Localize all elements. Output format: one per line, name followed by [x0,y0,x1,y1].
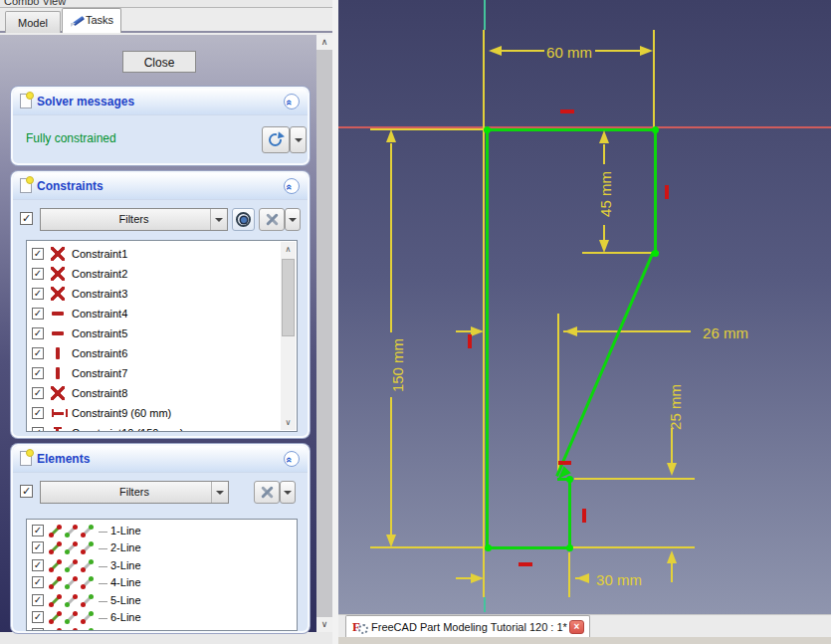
constraints-section: Constraints « ✓ Filters ∧ ∨ ✓Constraint1… [11,171,310,438]
element-checkbox[interactable]: ✓ [32,594,44,606]
dimension-label[interactable]: 25 mm [667,384,684,430]
dimension-label[interactable]: 45 mm [597,171,614,217]
collapse-icon[interactable]: « [284,178,300,194]
elements-list[interactable]: ✓1-Line✓2-Line✓3-Line✓4-Line✓5-Line✓6-Li… [26,519,298,631]
panel-scrollbar[interactable]: ∧ ∨ [316,35,332,632]
tab-tasks[interactable]: Tasks [62,8,121,33]
solver-refresh-button[interactable] [262,126,290,153]
constraint-row[interactable]: ✓Constraint9 (60 mm) [27,404,297,424]
element-checkbox[interactable]: ✓ [32,611,44,623]
document-tabbar: F FreeCAD Part Modeling Tutorial 120 : 1… [338,614,831,637]
sketch-vertex[interactable] [566,544,573,551]
constraint-row[interactable]: ✓Constraint7 [27,364,297,384]
dimension-line [390,397,392,537]
constraint-row[interactable]: ✓Constraint4 [27,305,297,324]
elements-settings-button[interactable] [254,481,280,504]
sketch-vertex[interactable] [485,544,492,551]
collapse-icon[interactable]: « [284,94,300,109]
constraint-label: Constraint9 (60 mm) [72,407,171,419]
y-axis [484,0,486,30]
constraint-checkbox[interactable]: ✓ [32,268,44,280]
document-tab-close-icon[interactable]: × [569,620,584,634]
sketch-vertex[interactable] [652,250,659,257]
element-checkbox[interactable]: ✓ [32,576,44,588]
element-row[interactable]: ✓7-Line [27,626,297,631]
constraints-show-hide-button[interactable] [232,208,255,231]
line-edge-icon [49,611,62,624]
vertical-constraint-marker [468,334,472,348]
element-checkbox[interactable]: ✓ [32,541,44,553]
dimension-label[interactable]: 26 mm [703,324,748,341]
element-row[interactable]: ✓2-Line [27,539,297,556]
document-tab[interactable]: F FreeCAD Part Modeling Tutorial 120 : 1… [345,615,590,638]
elements-select-all-checkbox[interactable]: ✓ [20,485,33,498]
constraint-checkbox[interactable]: ✓ [32,288,44,300]
constraints-select-all-checkbox[interactable]: ✓ [20,212,33,225]
sketch-vertex[interactable] [566,476,573,483]
dimension-label[interactable]: 30 mm [596,571,642,588]
element-label: 2-Line [110,541,141,553]
horizontal-constraint-marker [560,109,574,113]
constraint-row[interactable]: ✓Constraint10 (150 mm) [27,424,297,432]
freecad-logo-icon: F [352,620,366,634]
sketch-viewport[interactable]: 60 mm45 mm150 mm26 mm25 mm30 mm [338,0,831,614]
element-checkbox[interactable]: ✓ [32,628,44,631]
constraint-checkbox[interactable]: ✓ [32,427,44,432]
constraints-settings-button[interactable] [259,208,285,231]
constraint-checkbox[interactable]: ✓ [32,387,44,399]
constraint-checkbox[interactable]: ✓ [32,407,44,419]
constraint-row[interactable]: ✓Constraint3 [27,285,297,305]
constraint-coincident-icon [51,267,65,281]
constraint-checkbox[interactable]: ✓ [32,367,44,379]
elements-header[interactable]: Elements « [13,446,308,473]
line-startpoint-icon [65,541,78,554]
constraint-distance-x-icon [51,406,65,420]
tree-branch-line [99,618,107,619]
tab-model[interactable]: Model [5,11,61,33]
constraints-filter-combo[interactable]: Filters [40,208,228,231]
vertical-constraint-marker [665,185,669,199]
note-icon [20,94,32,108]
element-row[interactable]: ✓5-Line [27,592,297,609]
elements-filter-combo[interactable]: Filters [40,481,229,504]
dimension-arrow-down [386,535,396,547]
constraints-settings-dropdown[interactable] [285,208,301,231]
constraint-horizontal-icon [51,326,65,340]
chevron-down-icon [211,482,228,503]
scroll-up-icon[interactable]: ∧ [316,35,332,50]
sketch-vertex[interactable] [652,126,659,133]
note-icon [20,451,32,466]
constraint-checkbox[interactable]: ✓ [32,248,44,260]
elements-section: Elements « ✓ Filters ✓1-Line✓2-Line✓3-Li… [11,444,310,633]
element-row[interactable]: ✓1-Line [27,523,297,539]
constraint-label: Constraint1 [72,248,127,260]
solver-messages-header[interactable]: Solver messages « [13,89,308,115]
freecad-window: Combo View Model Tasks Close Solver mess… [0,0,831,644]
scroll-down-icon[interactable]: ∨ [316,617,332,632]
note-icon [20,178,32,193]
constraint-checkbox[interactable]: ✓ [32,308,44,320]
constraint-row[interactable]: ✓Constraint8 [27,384,297,404]
dimension-label[interactable]: 150 mm [389,338,406,392]
constraint-row[interactable]: ✓Constraint5 [27,324,297,344]
element-row[interactable]: ✓6-Line [27,609,297,626]
constraints-header[interactable]: Constraints « [13,173,308,200]
sketch-vertex[interactable] [484,126,491,133]
constraint-row[interactable]: ✓Constraint2 [27,265,297,285]
constraint-row[interactable]: ✓Constraint1 [27,245,297,265]
close-task-button[interactable]: Close [122,51,196,73]
element-checkbox[interactable]: ✓ [32,525,44,537]
element-row[interactable]: ✓3-Line [27,557,297,574]
constraint-row[interactable]: ✓Constraint6 [27,344,297,364]
constraint-checkbox[interactable]: ✓ [32,327,44,339]
constraint-checkbox[interactable]: ✓ [32,347,44,359]
dimension-arrow-up [386,129,396,142]
line-edge-icon [49,559,62,572]
constraints-list[interactable]: ∧ ∨ ✓Constraint1✓Constraint2✓Constraint3… [26,240,298,432]
dimension-label[interactable]: 60 mm [546,44,592,61]
solver-refresh-dropdown[interactable] [290,126,307,153]
elements-settings-dropdown[interactable] [280,481,296,504]
element-row[interactable]: ✓4-Line [27,574,297,591]
element-checkbox[interactable]: ✓ [32,559,44,571]
collapse-icon[interactable]: « [284,451,300,467]
